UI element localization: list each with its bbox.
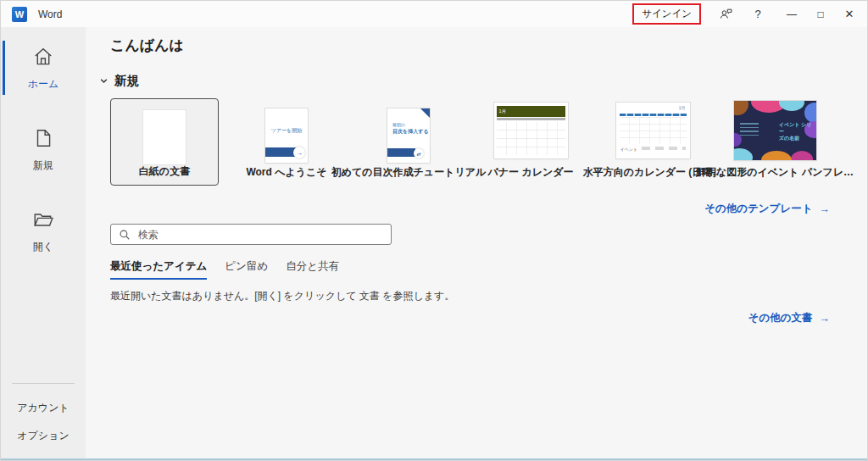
new-section-title: 新規 (114, 73, 139, 89)
new-section-header[interactable]: 新規 (110, 73, 830, 89)
more-templates-row: その他のテンプレート → (110, 202, 830, 216)
blank-document-thumbnail (143, 110, 186, 164)
minimize-button[interactable]: — (779, 3, 804, 25)
tab-pinned[interactable]: ピン留め (225, 259, 268, 280)
template-label: 白紙の文書 (139, 164, 190, 179)
new-document-icon (32, 127, 54, 153)
blob-shape (761, 151, 792, 160)
close-button[interactable]: ✕ (837, 3, 862, 25)
tab-recent[interactable]: 最近使ったアイテム (110, 259, 207, 280)
arrow-right-icon: → (820, 313, 831, 325)
template-label: 鮮明な図形のイベント パンフレ… (696, 165, 854, 180)
link-label: その他のテンプレート (704, 202, 812, 216)
titlebar-controls: サインイン ? — □ ✕ (632, 3, 867, 25)
search-box[interactable] (110, 224, 392, 245)
corner-fold-icon (420, 108, 430, 118)
thumb-text: 最初の (392, 122, 405, 127)
calendar-month-banner: 1月 (497, 106, 565, 117)
maximize-button[interactable]: □ (808, 3, 833, 25)
brochure-title: イベント シリー ズの名前 (779, 121, 816, 142)
calendar-grid (620, 117, 687, 144)
sidebar-item-label: 開く (33, 240, 53, 254)
sidebar-item-open[interactable]: 開く (1, 202, 86, 259)
template-card-event-brochure[interactable]: イベント シリー ズの名前 鮮明な図形のイベント パンフレ… (721, 98, 829, 186)
calendar-month-label: 1月 (679, 105, 686, 110)
template-cards: 白紙の文書 ツアーを開始 → Word へようこそ 最初の 目次を挿入する (110, 98, 830, 186)
blob-shape (804, 103, 816, 123)
thumb-banner (387, 148, 415, 157)
sidebar-footer: アカウント オプション (1, 383, 86, 450)
calendar-grid (497, 122, 565, 155)
sidebar-nav: ホーム 新規 開く (1, 27, 86, 259)
blob-shape (734, 101, 748, 115)
blob-shape (779, 101, 804, 111)
sidebar-item-account[interactable]: アカウント (1, 394, 86, 422)
brochure-text-lines (740, 123, 759, 138)
word-start-window: W Word サインイン ? — □ ✕ (0, 0, 868, 461)
sidebar-item-new[interactable]: 新規 (1, 120, 86, 178)
template-card-blank-document[interactable]: 白紙の文書 (110, 98, 219, 186)
calendar-event-label: イベント (620, 147, 637, 152)
empty-documents-message: 最近開いた文書はありません。[開く] をクリックして 文書 を参照します。 (110, 289, 830, 303)
sign-in-button[interactable]: サインイン (632, 3, 701, 25)
template-label: Word へようこそ (246, 165, 326, 180)
open-folder-icon (32, 208, 54, 234)
template-card-toc-tutorial[interactable]: 最初の 目次を挿入する ⇄ 初めての目次作成チュートリアル (354, 98, 463, 186)
arrows-circle-icon: ⇄ (414, 148, 424, 158)
template-label: バナー カレンダー (487, 165, 573, 180)
link-label: その他の文書 (748, 311, 813, 325)
more-documents-link[interactable]: その他の文書 → (748, 311, 830, 325)
search-row (110, 224, 830, 245)
search-icon (119, 229, 131, 241)
greeting-heading: こんばんは (110, 36, 830, 55)
arrow-right-icon: → (820, 203, 831, 215)
more-templates-link[interactable]: その他のテンプレート → (704, 202, 830, 216)
event-brochure-thumbnail: イベント シリー ズの名前 (734, 101, 816, 160)
template-card-banner-calendar[interactable]: 1月 バナー カレンダー (476, 98, 585, 186)
thumb-text: 目次を挿入する (392, 128, 428, 136)
banner-calendar-thumbnail: 1月 (494, 103, 568, 158)
arrow-circle-icon: → (293, 147, 305, 158)
calendar-subrow (497, 118, 565, 120)
sidebar-divider (12, 383, 75, 384)
template-card-horizontal-calendar[interactable]: 1月 イベント 水平方向のカレンダー (日曜… (598, 98, 707, 186)
help-button[interactable]: ? (745, 3, 771, 25)
app-title: Word (38, 8, 62, 20)
feedback-icon[interactable] (713, 3, 738, 25)
template-card-welcome[interactable]: ツアーを開始 → Word へようこそ (232, 98, 341, 186)
search-input[interactable] (138, 229, 384, 241)
sidebar-item-label: 新規 (33, 158, 53, 173)
calendar-days-row (620, 114, 687, 116)
chevron-down-icon (99, 76, 108, 86)
welcome-thumbnail: ツアーを開始 → (265, 108, 308, 163)
horizontal-calendar-thumbnail: 1月 イベント (616, 103, 690, 158)
thumb-text: ツアーを開始 (265, 127, 308, 135)
blob-shape (791, 151, 813, 160)
titlebar: W Word サインイン ? — □ ✕ (1, 1, 867, 27)
blob-shape (734, 148, 753, 160)
document-tabs: 最近使ったアイテム ピン留め 自分と共有 (110, 259, 830, 280)
word-logo-icon: W (12, 7, 27, 22)
sidebar-item-options[interactable]: オプション (1, 422, 86, 450)
more-documents-row: その他の文書 → (110, 311, 830, 325)
tab-shared-with-me[interactable]: 自分と共有 (286, 259, 339, 280)
sidebar-item-label: ホーム (28, 77, 59, 92)
sidebar: ホーム 新規 開く (1, 27, 86, 458)
toc-tutorial-thumbnail: 最初の 目次を挿入する ⇄ (387, 108, 430, 163)
main-content: こんばんは 新規 白紙の文書 ツアーを開始 → (86, 27, 867, 458)
calendar-event-lines (642, 147, 686, 150)
template-label: 初めての目次作成チュートリアル (331, 165, 487, 180)
sidebar-item-home[interactable]: ホーム (1, 39, 86, 97)
home-icon (32, 46, 54, 71)
